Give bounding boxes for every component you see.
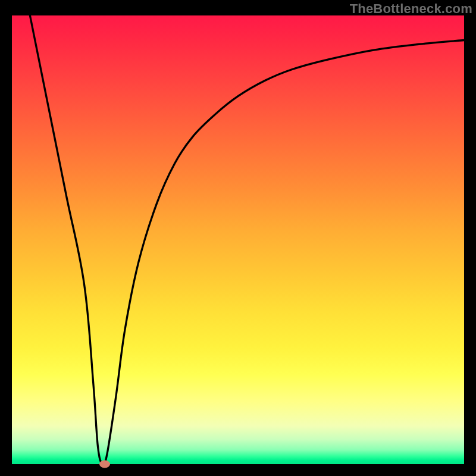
bottleneck-curve — [12, 15, 464, 464]
curve-path — [30, 15, 464, 464]
plot-area — [12, 15, 464, 464]
optimum-marker — [99, 461, 110, 468]
chart-frame: TheBottleneck.com — [0, 0, 476, 476]
watermark-text: TheBottleneck.com — [350, 1, 472, 17]
